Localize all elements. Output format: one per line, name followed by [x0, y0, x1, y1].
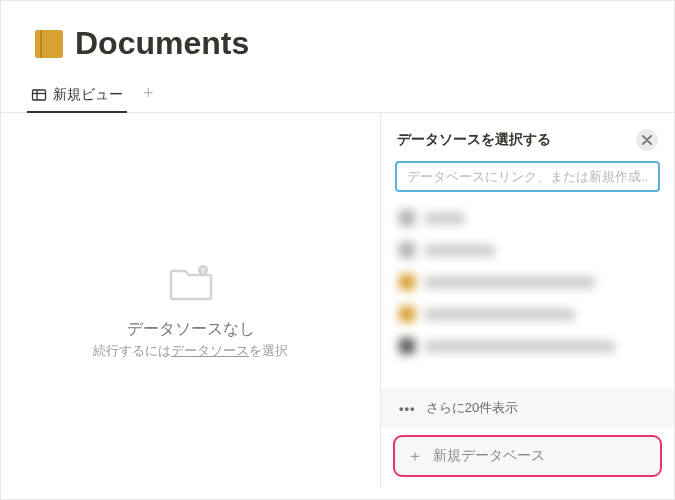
- datasource-list: [381, 202, 674, 389]
- list-item[interactable]: [395, 234, 660, 266]
- list-item[interactable]: [395, 266, 660, 298]
- datasource-panel: データソースを選択する ••• さらに20件表示 ＋ 新規データベース: [380, 113, 674, 489]
- view-tabs: 新規ビュー +: [1, 70, 674, 113]
- list-item[interactable]: [395, 298, 660, 330]
- close-icon: [642, 135, 652, 145]
- svg-text:?: ?: [200, 267, 204, 274]
- show-more-button[interactable]: ••• さらに20件表示: [381, 389, 674, 427]
- datasource-search-input[interactable]: [395, 161, 660, 192]
- new-database-button[interactable]: ＋ 新規データベース: [393, 435, 662, 477]
- panel-header: データソースを選択する: [381, 129, 674, 161]
- empty-subtitle: 続行するにはデータソースを選択: [93, 342, 288, 360]
- list-item[interactable]: [395, 202, 660, 234]
- new-database-label: 新規データベース: [433, 447, 545, 465]
- close-button[interactable]: [636, 129, 658, 151]
- documents-icon: [35, 30, 63, 58]
- panel-title: データソースを選択する: [397, 131, 551, 149]
- empty-title: データソースなし: [127, 319, 255, 340]
- folder-icon: ?: [167, 263, 215, 307]
- plus-icon: ＋: [407, 448, 423, 464]
- datasource-link[interactable]: データソース: [171, 343, 249, 358]
- page-header: Documents: [1, 1, 674, 70]
- search-wrap: [381, 161, 674, 202]
- tab-label: 新規ビュー: [53, 86, 123, 104]
- show-more-label: さらに20件表示: [426, 399, 518, 417]
- table-icon: [31, 87, 47, 103]
- add-view-button[interactable]: +: [135, 84, 162, 110]
- list-item[interactable]: [395, 330, 660, 362]
- page-title: Documents: [75, 25, 249, 62]
- tab-new-view[interactable]: 新規ビュー: [27, 82, 127, 112]
- content-area: ? データソースなし 続行するにはデータソースを選択 データソースを選択する: [1, 113, 674, 489]
- empty-state: ? データソースなし 続行するにはデータソースを選択: [1, 113, 380, 489]
- ellipsis-icon: •••: [399, 401, 416, 416]
- svg-rect-0: [33, 90, 46, 100]
